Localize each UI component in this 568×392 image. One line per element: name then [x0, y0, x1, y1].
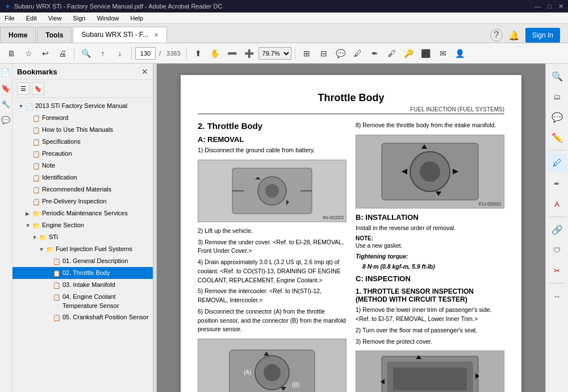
- main-area: 📄 🔖 🔧 💬 Bookmarks ✕ ☰ 🔖 ▼ 📄 2013 STi Fac…: [0, 64, 568, 392]
- thumbnail-button[interactable]: ⊟: [316, 45, 332, 61]
- notifications-icon[interactable]: 🔔: [508, 30, 520, 41]
- pdf-tightening-label: Tightening torque:: [356, 252, 504, 261]
- tab-close-button[interactable]: ✕: [154, 32, 158, 38]
- comment-icon[interactable]: 💬: [0, 114, 11, 126]
- tree-item-identification[interactable]: 📋 Identification: [12, 172, 153, 184]
- share-button[interactable]: 👤: [452, 45, 468, 61]
- email-button[interactable]: ✉: [435, 45, 451, 61]
- tree-item-how-to-use[interactable]: 📋 How to Use This Manuals: [12, 124, 153, 136]
- menu-sign[interactable]: Sign: [70, 15, 87, 22]
- tree-item-precaution[interactable]: 📋 Precaution: [12, 148, 153, 160]
- tab-home[interactable]: Home: [0, 27, 36, 43]
- hand-tool-button[interactable]: ✋: [207, 45, 223, 61]
- pages-icon[interactable]: 📄: [0, 66, 11, 78]
- minimize-button[interactable]: —: [534, 3, 541, 10]
- toggle-sti[interactable]: ▼: [31, 233, 39, 242]
- tools-icon[interactable]: 🔧: [0, 98, 11, 110]
- icon-specifications: 📋: [32, 137, 41, 147]
- stamp-button[interactable]: 🔑: [401, 45, 417, 61]
- zoom-in-button[interactable]: ➕: [241, 45, 257, 61]
- pdf-tightening-value: 8 N·m (0.8 kgf-m, 5.9 ft-lb): [356, 263, 504, 270]
- previous-page-button[interactable]: ↑: [95, 45, 111, 61]
- print-button[interactable]: 🖨: [55, 45, 70, 61]
- sidebar-tree[interactable]: ▼ 📄 2013 STi Factory Service Manual 📋 Fo…: [12, 98, 153, 392]
- maximize-button[interactable]: □: [548, 3, 552, 10]
- tab-document[interactable]: Subaru WRX STi - F... ✕: [73, 27, 167, 43]
- toggle-fuel-injection[interactable]: ▼: [37, 245, 45, 254]
- left-icon-strip: 📄 🔖 🔧 💬: [0, 64, 12, 392]
- zoom-dropdown[interactable]: 79.7%: [258, 47, 291, 60]
- right-protect-icon[interactable]: 🛡: [548, 241, 566, 259]
- right-share-icon[interactable]: 🔗: [548, 220, 566, 239]
- pdf-insp3: 3) Remove the protect cover.: [356, 337, 504, 347]
- tree-item-foreword[interactable]: 📋 Foreword: [12, 112, 153, 124]
- menu-view[interactable]: View: [46, 15, 64, 22]
- sidebar-view-button[interactable]: ☰: [17, 82, 30, 95]
- right-redact-icon[interactable]: ✂: [548, 261, 566, 280]
- tree-item-note[interactable]: 📋 Note: [12, 160, 153, 172]
- tree-item-engine[interactable]: ▼ 📁 Engine Section: [12, 219, 153, 231]
- label-identification: Identification: [41, 173, 77, 182]
- sign-in-button[interactable]: Sign In: [525, 28, 560, 43]
- select-tool-button[interactable]: ⬆: [190, 45, 206, 61]
- pdf-step2: 2) Lift up the vehicle.: [198, 227, 346, 236]
- tree-item-root[interactable]: ▼ 📄 2013 STi Factory Service Manual: [12, 100, 153, 112]
- tab-tools[interactable]: Tools: [37, 27, 72, 43]
- tree-item-periodic[interactable]: ▶ 📁 Periodic Maintenance Services: [12, 207, 153, 219]
- close-button[interactable]: ✕: [558, 3, 563, 10]
- pdf-viewer[interactable]: Throttle Body FUEL INJECTION (FUEL SYSTE…: [157, 64, 545, 392]
- right-annotation-icon[interactable]: 🖊: [548, 154, 566, 172]
- help-icon[interactable]: ?: [490, 29, 503, 41]
- toggle-engine[interactable]: ▼: [24, 221, 32, 230]
- next-page-button[interactable]: ↓: [112, 45, 128, 61]
- new-file-button[interactable]: 🗎: [3, 45, 19, 61]
- right-text-icon[interactable]: A: [548, 195, 566, 213]
- tree-item-04-coolant[interactable]: 📋 04. Engine Coolant Temperature Sensor: [12, 291, 153, 311]
- redact-button[interactable]: ⬛: [418, 45, 434, 61]
- right-comment-icon[interactable]: 💬: [548, 108, 566, 126]
- tree-item-pre-delivery[interactable]: 📋 Pre-Delivery Inspection: [12, 195, 153, 207]
- bookmarks-icon-btn[interactable]: 🔖: [0, 82, 11, 94]
- signature-button[interactable]: 🖋: [384, 45, 400, 61]
- right-tools-icon[interactable]: 🗂: [548, 87, 566, 106]
- tree-item-03-intake[interactable]: 📋 03. Intake Manifold: [12, 279, 153, 291]
- toggle-periodic[interactable]: ▶: [24, 209, 32, 218]
- toggle-precaution: [24, 149, 32, 159]
- right-fill-sign-icon[interactable]: ✏️: [548, 128, 566, 147]
- menu-help[interactable]: Help: [128, 15, 146, 22]
- tree-item-specifications[interactable]: 📋 Specifications: [12, 136, 153, 148]
- label-fuel-injection: Fuel Injection Fuel Systems: [55, 244, 132, 253]
- menu-window[interactable]: Window: [94, 15, 121, 22]
- tree-item-01-general[interactable]: 📋 01. General Description: [12, 255, 153, 267]
- comment-button[interactable]: 💬: [333, 45, 349, 61]
- toggle-01-general: [44, 257, 52, 266]
- highlight-button[interactable]: 🖊: [350, 45, 366, 61]
- sidebar-bookmark-button[interactable]: 🔖: [32, 82, 44, 95]
- tree-item-02-throttle[interactable]: 📋 02. Throttle Body: [12, 267, 153, 279]
- zoom-out-btn2[interactable]: ➖: [224, 45, 240, 61]
- bookmark-button[interactable]: ☆: [20, 45, 36, 61]
- pdf-step6: 6) Disconnect the connector (A) from the…: [198, 307, 346, 334]
- bookmarks-close-button[interactable]: ✕: [141, 67, 148, 76]
- menu-file[interactable]: File: [2, 15, 17, 22]
- fit-page-button[interactable]: ⊞: [299, 45, 315, 61]
- right-organize-icon[interactable]: ↔: [548, 287, 566, 305]
- tree-item-recommended[interactable]: 📋 Recommended Materials: [12, 184, 153, 195]
- right-draw-icon[interactable]: ✒: [548, 174, 566, 193]
- pdf-figure-2: (A) (B) FU-05759: [198, 339, 346, 392]
- toolbar-sep-2: [131, 47, 132, 60]
- bookmarks-header: Bookmarks ✕: [12, 64, 153, 80]
- right-search-icon[interactable]: 🔍: [548, 67, 566, 85]
- page-number-input[interactable]: [135, 47, 156, 60]
- back-button[interactable]: ↩: [37, 45, 53, 61]
- toggle-root[interactable]: ▼: [17, 102, 25, 111]
- pdf-page-title: Throttle Body: [198, 92, 504, 104]
- tree-item-05-crankshaft[interactable]: 📋 05. Crankshaft Position Sensor: [12, 311, 153, 323]
- svg-text:(B): (B): [292, 382, 299, 388]
- draw-button[interactable]: ✒: [367, 45, 383, 61]
- zoom-out-button[interactable]: 🔍: [78, 45, 94, 61]
- menu-edit[interactable]: Edit: [24, 15, 39, 22]
- label-periodic: Periodic Maintenance Services: [41, 208, 128, 218]
- tree-item-sti[interactable]: ▼ 📁 STi: [12, 231, 153, 243]
- tree-item-fuel-injection[interactable]: ▼ 📁 Fuel Injection Fuel Systems: [12, 243, 153, 255]
